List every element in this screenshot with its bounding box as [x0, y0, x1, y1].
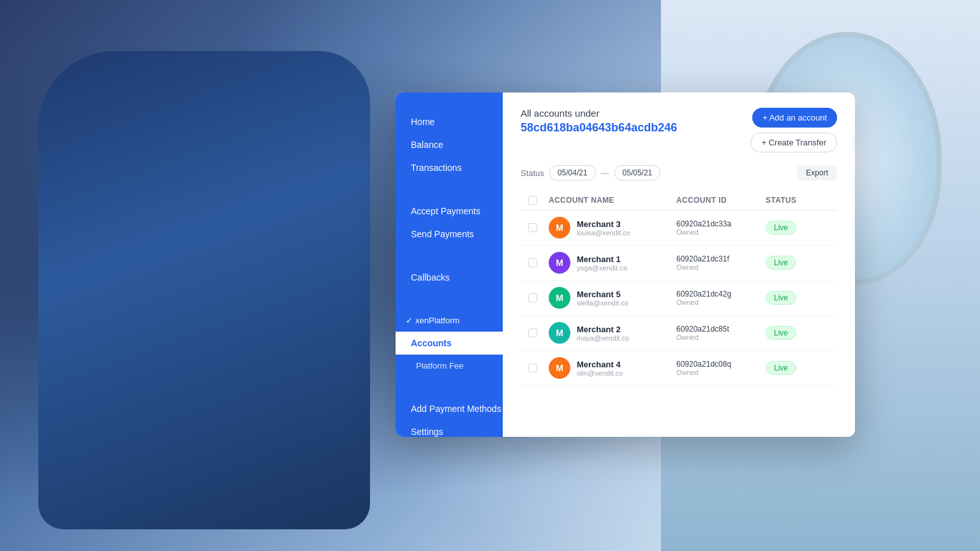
sidebar: Home Balance Transactions Accept Payment…: [396, 92, 503, 437]
date-from-badge[interactable]: 05/04/21: [549, 165, 596, 180]
date-to-badge[interactable]: 05/05/21: [614, 165, 661, 180]
col-account-name: Account Name: [549, 196, 676, 205]
main-panel: Home Balance Transactions Accept Payment…: [396, 92, 855, 437]
avatar-1: M: [549, 217, 570, 239]
header-left: All accounts under 58cd618ba04643b64acdb…: [521, 108, 677, 135]
sidebar-item-xen-platform[interactable]: ✓ xenPlatform: [396, 309, 503, 332]
row-checkbox-3[interactable]: [528, 293, 537, 302]
select-all-checkbox[interactable]: [528, 196, 537, 205]
sidebar-item-callbacks[interactable]: Callbacks: [396, 266, 503, 289]
table-row[interactable]: M Merchant 1 yoga@xendit.co 60920a21dc31…: [521, 246, 837, 281]
sidebar-item-transactions[interactable]: Transactions: [396, 156, 503, 179]
sidebar-section-payments: Accept Payments Send Payments: [396, 200, 503, 246]
sidebar-item-send-payments[interactable]: Send Payments: [396, 223, 503, 246]
avatar-2: M: [549, 252, 570, 274]
select-all-cell: [528, 196, 549, 205]
account-id-cell-5: 60920a21dc08q Owned: [676, 360, 766, 376]
row-checkbox-cell: [528, 293, 549, 302]
row-checkbox-cell: [528, 328, 549, 337]
add-account-button[interactable]: + Add an account: [752, 108, 837, 128]
row-checkbox-cell: [528, 364, 549, 372]
create-transfer-button[interactable]: + Create Transfer: [750, 133, 837, 152]
account-id-cell-4: 60920a21dc85t Owned: [676, 325, 766, 341]
filter-row: Status 05/04/21 — 05/05/21 Export: [521, 165, 837, 180]
table-header: Account Name Account ID Status: [521, 191, 837, 210]
row-checkbox-5[interactable]: [528, 364, 537, 372]
account-email-3: stella@xendit.co: [577, 299, 628, 307]
status-cell-2: Live: [766, 256, 829, 270]
col-account-id: Account ID: [676, 196, 766, 205]
airplane-seat: [38, 51, 370, 529]
avatar-4: M: [549, 322, 570, 344]
sidebar-item-balance[interactable]: Balance: [396, 133, 503, 156]
row-checkbox-4[interactable]: [528, 328, 537, 337]
main-content-area: All accounts under 58cd618ba04643b64acdb…: [503, 92, 855, 437]
sidebar-item-settings[interactable]: Settings: [396, 420, 503, 437]
account-cell-2: M Merchant 1 yoga@xendit.co: [549, 252, 676, 274]
account-cell-1: M Merchant 3 louisa@xendit.co: [549, 217, 676, 239]
page-header: All accounts under 58cd618ba04643b64acdb…: [521, 108, 837, 152]
account-cell-5: M Merchant 4 olin@xendit.co: [549, 357, 676, 379]
status-badge-4: Live: [766, 326, 796, 340]
table-row[interactable]: M Merchant 5 stella@xendit.co 60920a21dc…: [521, 281, 837, 316]
account-info-3: Merchant 5 stella@xendit.co: [577, 290, 628, 307]
sidebar-item-accept-payments[interactable]: Accept Payments: [396, 200, 503, 223]
table-row[interactable]: M Merchant 3 louisa@xendit.co 60920a21dc…: [521, 210, 837, 246]
sidebar-section-main: Home Balance Transactions: [396, 110, 503, 179]
acc-id-text-2: 60920a21dc31f: [676, 254, 766, 263]
account-id-cell-1: 60920a21dc33a Owned: [676, 219, 766, 236]
header-account-id: 58cd618ba04643b64acdb246: [521, 121, 677, 135]
accounts-label: Accounts: [411, 338, 452, 348]
acc-owned-5: Owned: [676, 369, 766, 376]
account-email-2: yoga@xendit.co: [577, 264, 627, 272]
sidebar-item-add-payment-methods[interactable]: Add Payment Methods: [396, 397, 503, 420]
status-badge-5: Live: [766, 361, 796, 375]
sidebar-item-accounts[interactable]: Accounts: [396, 332, 503, 355]
chevron-down-icon: ✓: [406, 316, 413, 325]
sidebar-item-platform-fee[interactable]: Platform Fee: [396, 355, 503, 377]
status-cell-3: Live: [766, 291, 829, 305]
status-cell-5: Live: [766, 361, 829, 375]
header-buttons: + Add an account + Create Transfer: [750, 108, 837, 152]
acc-owned-3: Owned: [676, 298, 766, 306]
account-email-1: louisa@xendit.co: [577, 229, 630, 237]
account-name-1: Merchant 3: [577, 219, 630, 229]
account-info-5: Merchant 4 olin@xendit.co: [577, 360, 623, 377]
row-checkbox-cell: [528, 223, 549, 232]
account-info-1: Merchant 3 louisa@xendit.co: [577, 219, 630, 237]
acc-owned-1: Owned: [676, 228, 766, 236]
account-email-4: maya@xendit.co: [577, 334, 629, 342]
status-badge-2: Live: [766, 256, 796, 270]
row-checkbox-1[interactable]: [528, 223, 537, 232]
row-checkbox-cell: [528, 258, 549, 267]
status-cell-4: Live: [766, 326, 829, 340]
status-label: Status: [521, 168, 544, 178]
sidebar-section-xen: ✓ xenPlatform Accounts Platform Fee: [396, 309, 503, 377]
acc-owned-2: Owned: [676, 263, 766, 271]
acc-id-text-4: 60920a21dc85t: [676, 325, 766, 334]
avatar-3: M: [549, 287, 570, 309]
export-button[interactable]: Export: [797, 165, 837, 180]
account-info-2: Merchant 1 yoga@xendit.co: [577, 254, 627, 272]
acc-id-text-1: 60920a21dc33a: [676, 219, 766, 228]
acc-id-text-5: 60920a21dc08q: [676, 360, 766, 369]
avatar-5: M: [549, 357, 570, 379]
sidebar-item-home[interactable]: Home: [396, 110, 503, 133]
status-cell-1: Live: [766, 221, 829, 235]
status-badge-3: Live: [766, 291, 796, 305]
account-name-4: Merchant 2: [577, 325, 629, 334]
account-id-cell-2: 60920a21dc31f Owned: [676, 254, 766, 271]
table-row[interactable]: M Merchant 4 olin@xendit.co 60920a21dc08…: [521, 351, 837, 386]
table-row[interactable]: M Merchant 2 maya@xendit.co 60920a21dc85…: [521, 316, 837, 351]
header-subtitle: All accounts under: [521, 108, 677, 119]
acc-id-text-3: 60920a21dc42g: [676, 290, 766, 298]
account-name-3: Merchant 5: [577, 290, 628, 299]
account-cell-3: M Merchant 5 stella@xendit.co: [549, 287, 676, 309]
row-checkbox-2[interactable]: [528, 258, 537, 267]
account-name-2: Merchant 1: [577, 254, 627, 264]
account-info-4: Merchant 2 maya@xendit.co: [577, 325, 629, 342]
account-name-5: Merchant 4: [577, 360, 623, 369]
date-separator: —: [601, 168, 609, 178]
col-status: Status: [766, 196, 829, 205]
sidebar-section-bottom: Add Payment Methods Settings: [396, 397, 503, 437]
